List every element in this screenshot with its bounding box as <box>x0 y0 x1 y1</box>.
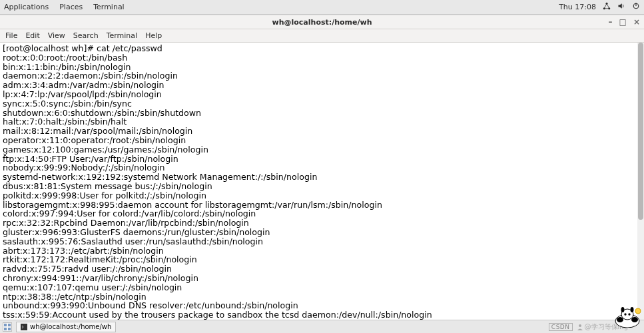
terminal-prompt: [root@localhost wh]# <box>3 43 97 53</box>
svg-rect-8 <box>8 328 11 330</box>
menu-edit[interactable]: Edit <box>25 31 39 40</box>
svg-rect-6 <box>8 324 11 326</box>
minimize-button[interactable]: – <box>609 17 613 27</box>
terminal-line: operator:x:11:0:operator:/root:/sbin/nol… <box>3 135 186 145</box>
terminal-line: root:x:0:0:root:/root:/bin/bash <box>3 53 127 63</box>
terminal-line: ntp:x:38:38::/etc/ntp:/sbin/nologin <box>3 292 147 302</box>
gnome-top-panel: Applications Places Terminal Thu 17:08 <box>0 0 644 15</box>
places-menu[interactable]: Places <box>59 3 83 11</box>
menu-view[interactable]: View <box>48 31 65 40</box>
top-panel-menus: Applications Places Terminal <box>4 3 125 11</box>
menu-help[interactable]: Help <box>145 31 162 40</box>
terminal-line: colord:x:997:994:User for colord:/var/li… <box>3 208 256 218</box>
applications-menu[interactable]: Applications <box>4 3 49 11</box>
terminal-line: ftp:x:14:50:FTP User:/var/ftp:/sbin/nolo… <box>3 154 178 164</box>
terminal-line: halt:x:7:0:halt:/sbin:/sbin/halt <box>3 117 127 127</box>
svg-point-10 <box>579 324 581 327</box>
terminal-line: lp:x:4:7:lp:/var/spool/lpd:/sbin/nologin <box>3 89 162 99</box>
terminal-line: shutdown:x:6:0:shutdown:/sbin:/sbin/shut… <box>3 108 201 118</box>
menu-file[interactable]: File <box>5 31 17 40</box>
terminal-line: rpc:x:32:32:Rpcbind Daemon:/var/lib/rpcb… <box>3 218 249 228</box>
terminal-line: radvd:x:75:75:radvd user:/:/sbin/nologin <box>3 264 172 274</box>
terminal-line: chrony:x:994:991::/var/lib/chrony:/sbin/… <box>3 273 198 283</box>
svg-point-15 <box>624 313 626 315</box>
window-titlebar[interactable]: wh@localhost:/home/wh – □ × <box>0 15 644 29</box>
terminal-line: abrt:x:173:173::/etc/abrt:/sbin/nologin <box>3 246 164 256</box>
terminal-line: dbus:x:81:81:System message bus:/:/sbin/… <box>3 181 212 191</box>
power-icon[interactable] <box>632 2 640 12</box>
terminal-line: bin:x:1:1:bin:/bin:/sbin/nologin <box>3 62 131 72</box>
terminal-body[interactable]: [root@localhost wh]# cat /etc/passwd roo… <box>0 43 644 320</box>
csdn-watermark: CSDN <box>549 323 573 331</box>
mascot-image <box>611 301 644 328</box>
terminal-line: sync:x:5:0:sync:/sbin:/bin/sync <box>3 99 132 109</box>
terminal-line: systemd-network:x:192:192:systemd Networ… <box>3 172 317 182</box>
terminal-icon <box>21 324 27 330</box>
terminal-line: qemu:x:107:107:qemu user:/:/sbin/nologin <box>3 282 182 292</box>
terminal-line: adm:x:3:4:adm:/var/adm:/sbin/nologin <box>3 80 164 90</box>
terminal-line: games:x:12:100:games:/usr/games:/sbin/no… <box>3 145 208 155</box>
maximize-button[interactable]: □ <box>619 17 627 27</box>
svg-rect-7 <box>4 328 7 330</box>
close-button[interactable]: × <box>633 17 640 27</box>
show-desktop-button[interactable] <box>3 322 12 332</box>
user-icon <box>577 324 583 330</box>
svg-rect-9 <box>21 324 27 330</box>
terminal-line: gluster:x:996:993:GlusterFS daemons:/run… <box>3 227 270 237</box>
taskbar-window-button[interactable]: wh@localhost:/home/wh <box>16 322 116 332</box>
menu-search[interactable]: Search <box>73 31 99 40</box>
terminal-menubar: File Edit View Search Terminal Help <box>0 29 644 43</box>
terminal-line: polkitd:x:999:998:User for polkitd:/:/sb… <box>3 190 206 200</box>
terminal-scrollbar[interactable] <box>637 43 644 320</box>
task-label: wh@localhost:/home/wh <box>30 323 111 330</box>
terminal-line: tss:x:59:59:Account used by the trousers… <box>3 310 432 320</box>
clock[interactable]: Thu 17:08 <box>559 3 596 11</box>
window-title-text: wh@localhost:/home/wh <box>272 18 372 27</box>
svg-point-17 <box>621 307 625 312</box>
terminal-line: saslauth:x:995:76:Saslauthd user:/run/sa… <box>3 236 263 246</box>
terminal-line: rtkit:x:172:172:RealtimeKit:/proc:/sbin/… <box>3 254 197 264</box>
menu-terminal[interactable]: Terminal <box>107 31 138 40</box>
terminal-line: unbound:x:993:990:Unbound DNS resolver:/… <box>3 300 298 310</box>
network-icon[interactable] <box>603 2 611 12</box>
terminal-line: mail:x:8:12:mail:/var/spool/mail:/sbin/n… <box>3 126 192 136</box>
gnome-bottom-panel: wh@localhost:/home/wh CSDN @学习等保ing <box>0 320 644 333</box>
scrollbar-thumb[interactable] <box>638 43 643 220</box>
terminal-command: cat /etc/passwd <box>97 43 162 53</box>
svg-point-19 <box>635 308 641 314</box>
volume-icon[interactable] <box>617 2 625 12</box>
terminal-menu[interactable]: Terminal <box>93 3 125 11</box>
svg-rect-5 <box>4 324 7 326</box>
terminal-line: nobody:x:99:99:Nobody:/:/sbin/nologin <box>3 163 164 172</box>
svg-point-18 <box>631 307 634 312</box>
svg-point-16 <box>628 313 630 315</box>
terminal-line: daemon:x:2:2:daemon:/sbin:/sbin/nologin <box>3 71 178 81</box>
terminal-line: libstoragemgmt:x:998:995:daemon account … <box>3 200 382 210</box>
